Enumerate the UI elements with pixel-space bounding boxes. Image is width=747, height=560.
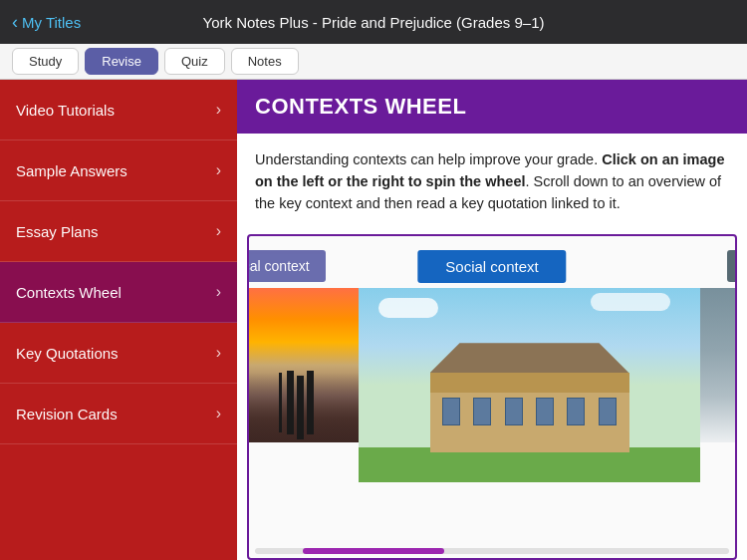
mansion-building [430,343,629,452]
chevron-right-icon: › [216,283,221,301]
mansion-roof [430,343,629,373]
content-body: Understanding contexts can help improve … [237,134,747,224]
center-image[interactable] [359,288,700,482]
chevron-right-icon: › [216,405,221,422]
sidebar-item-revision-cards[interactable]: Revision Cards › [0,384,237,444]
right-image[interactable] [700,288,735,442]
mansion-body [430,373,629,452]
back-button[interactable]: ‹ My Titles [12,12,81,33]
back-chevron-icon: ‹ [12,12,18,33]
back-label: My Titles [22,14,81,31]
body-text-normal: Understanding contexts can help improve … [255,151,602,167]
tab-quiz[interactable]: Quiz [164,48,225,75]
grass-decoration [359,447,700,482]
sidebar-item-sample-answers[interactable]: Sample Answers › [0,140,237,201]
chevron-right-icon: › [216,222,221,240]
wheel-scrollbar-thumb [303,548,445,554]
sidebar-item-essay-plans[interactable]: Essay Plans › [0,201,237,262]
image-row [249,288,735,544]
cloud-decoration [378,298,438,318]
right-context-label[interactable]: Th [727,250,735,282]
chevron-right-icon: › [216,344,221,362]
content-title: CONTEXTS WHEEL [255,94,729,120]
chevron-right-icon: › [216,101,221,119]
mansion-window [567,398,585,425]
tab-revise[interactable]: Revise [85,48,158,75]
mansion-window [599,398,617,425]
sidebar: Video Tutorials › Sample Answers › Essay… [0,80,237,560]
historical-context-label[interactable]: rical context [249,250,326,282]
page-title: York Notes Plus - Pride and Prejudice (G… [203,14,545,31]
mansion-window [536,398,554,425]
cloud-decoration-2 [591,293,670,311]
mansion-window [473,398,491,425]
wheel-container[interactable]: rical context Social context Th [247,234,737,560]
sidebar-item-key-quotations[interactable]: Key Quotations › [0,323,237,384]
left-image[interactable] [249,288,359,442]
wheel-scrollbar[interactable] [255,548,729,554]
tab-study[interactable]: Study [12,48,79,75]
mansion-windows [440,398,620,425]
sidebar-item-video-tutorials[interactable]: Video Tutorials › [0,80,237,140]
tab-notes[interactable]: Notes [231,48,299,75]
tab-bar: Study Revise Quiz Notes [0,44,747,80]
sidebar-item-contexts-wheel[interactable]: Contexts Wheel › [0,262,237,323]
chevron-right-icon: › [216,161,221,179]
content-header: CONTEXTS WHEEL [237,80,747,134]
social-context-label[interactable]: Social context [417,250,566,283]
top-bar: ‹ My Titles York Notes Plus - Pride and … [0,0,747,44]
main-layout: Video Tutorials › Sample Answers › Essay… [0,80,747,560]
mansion-window [505,398,523,425]
mansion-window [442,398,460,425]
wheel-inner: rical context Social context Th [249,236,735,544]
content-area: CONTEXTS WHEEL Understanding contexts ca… [237,80,747,560]
